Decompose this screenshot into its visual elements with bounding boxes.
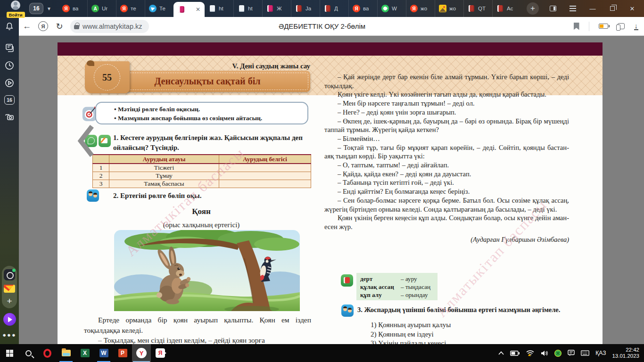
new-tab-button[interactable]: + <box>527 2 539 15</box>
vocabulary-box: дерт – ауру құлақ ассаң – тыңдасаң құп а… <box>356 273 438 300</box>
taskbar-clock[interactable]: 22:42 13.01.2023 <box>612 347 639 359</box>
table-header: Аурудың белгісі <box>219 155 311 164</box>
tabs-count-icon[interactable]: 16 <box>4 95 15 105</box>
chevron-down-icon[interactable]: ▼ <box>44 3 54 14</box>
yandex-app-icon[interactable]: Я <box>151 344 170 362</box>
back-icon[interactable]: ← <box>19 21 35 31</box>
menu-icon[interactable] <box>565 1 581 16</box>
yandex-search-icon[interactable]: Я <box>38 21 48 31</box>
more-options-icon[interactable]: ●●● <box>2 331 17 338</box>
keyboard-language[interactable]: ҚАЗ <box>595 350 606 356</box>
paragraph: Қоян үкінің берген кеңесін құп алды. Сон… <box>324 214 569 231</box>
system-tray: ҚАЗ 22:42 13.01.2023 <box>498 347 644 359</box>
tab[interactable]: жо <box>435 0 463 17</box>
restore-button[interactable] <box>604 1 620 16</box>
tab-active-almatykitap[interactable]: ✕ <box>173 2 205 17</box>
yandex-mail-icon[interactable] <box>4 285 15 293</box>
file-explorer-icon[interactable] <box>57 344 75 362</box>
word-icon[interactable]: W <box>94 344 113 362</box>
screenshot-camera-icon[interactable] <box>4 112 15 122</box>
tab[interactable]: Ас <box>492 0 521 17</box>
table-row: 2 Тұмау <box>93 172 311 180</box>
paragraph: – О, таптым, таптым! – деді айғайлап. <box>324 161 569 170</box>
minimize-button[interactable]: — <box>585 1 601 16</box>
yandex-browser-icon[interactable]: Y <box>132 344 151 362</box>
tab-label: ht <box>219 6 223 11</box>
window-controls: — ✕ <box>545 0 640 17</box>
reload-icon[interactable]: ↻ <box>51 21 67 32</box>
row-number: 1 <box>93 164 109 172</box>
collections-icon[interactable] <box>618 23 625 29</box>
powerpoint-icon[interactable]: P <box>113 344 132 362</box>
tab-label: W <box>392 6 397 11</box>
tab[interactable]: Ж <box>262 0 291 17</box>
clock-time: 22:42 <box>612 347 639 353</box>
side-panel-icon[interactable] <box>545 1 561 16</box>
battery-icon[interactable] <box>510 351 520 356</box>
profile-login-button[interactable]: Войти <box>5 0 26 18</box>
paragraph: – Мен бір нәрсеге таңғалып тұрмын! – дед… <box>324 99 569 108</box>
tab[interactable]: Ur <box>87 0 116 17</box>
tab[interactable]: ht <box>233 0 262 17</box>
disease-name: Тұмау <box>109 172 219 180</box>
start-button[interactable] <box>0 344 19 362</box>
tab-label: жо <box>449 6 456 11</box>
tab[interactable]: Те <box>145 0 173 17</box>
textbook-page: V. Дені саудың жаны сау Денсаулықты сақт… <box>58 42 603 344</box>
excel-icon[interactable]: X <box>75 344 94 362</box>
alice-assistant-icon[interactable] <box>3 313 16 326</box>
opera-icon[interactable] <box>38 344 57 362</box>
tab-counter[interactable]: 16 ▼ <box>29 3 54 14</box>
notifications-icon[interactable] <box>568 350 575 356</box>
notifications-bell-icon[interactable] <box>0 17 19 36</box>
disease-name: Тамақ баспасы <box>109 180 219 188</box>
tab-label: жо <box>421 6 427 11</box>
tray-expand-chevron-icon[interactable] <box>498 351 504 355</box>
tab-count-badge[interactable]: 16 <box>29 3 43 14</box>
video-play-icon[interactable] <box>4 78 15 88</box>
tab[interactable]: W <box>377 0 406 17</box>
tab[interactable]: ва <box>348 0 377 17</box>
tab[interactable]: Ja <box>291 0 320 17</box>
add-service-icon[interactable]: + <box>7 297 12 305</box>
tab-label: ht <box>248 6 253 11</box>
tab[interactable]: жо <box>406 0 435 17</box>
paragraph: – Тоқылдақ, мен сізді іздеп келдім, – де… <box>84 335 311 344</box>
table-row: 1 Тісжегі <box>93 164 311 172</box>
paragraph: – Өкпең де, ішек-қарның да, бауырың да –… <box>324 117 569 134</box>
close-tab-icon[interactable]: ✕ <box>196 6 200 13</box>
tab-label: ва <box>73 6 78 11</box>
tab[interactable]: ht <box>205 0 233 17</box>
history-clock-icon[interactable] <box>4 60 15 71</box>
tab[interactable]: QT <box>463 0 492 17</box>
task-3-text: 3. Жоспардың үшінші бөлімі бойынша ертег… <box>357 306 575 314</box>
tab[interactable]: те <box>116 0 145 17</box>
bookmark-flag-icon[interactable] <box>574 23 579 30</box>
paragraph: Қоян үкіге келді. Үкі көзәйнегін тағып а… <box>324 90 569 99</box>
downloads-icon[interactable]: ↓ <box>634 23 639 30</box>
battery-saver-icon[interactable] <box>599 24 608 29</box>
wifi-warning-icon[interactable] <box>526 350 535 356</box>
volume-icon[interactable] <box>541 350 548 356</box>
tab-label: QT <box>478 6 486 11</box>
paragraph: – Сен болар-болмас нәрсеге қорқа берме. … <box>324 196 569 214</box>
navigation-bar: ӘДЕБИЕТТІК ОҚУ 2-бөлім ← Я ↻ www.almatyk… <box>0 17 644 36</box>
table-row: 3 Тамақ баспасы <box>93 180 311 188</box>
taskbar-search-icon[interactable] <box>19 344 38 362</box>
tab[interactable]: ва <box>58 0 87 17</box>
story-continuation: – Қай жеріңде дерт бар екенін біле алмай… <box>324 73 569 244</box>
avatar <box>11 0 20 10</box>
vocab-term: құлақ ассаң <box>360 283 401 291</box>
antivirus-icon[interactable] <box>554 350 561 357</box>
tab[interactable]: Д <box>320 0 348 17</box>
close-button[interactable]: ✕ <box>624 1 640 16</box>
address-bar[interactable]: www.almatykitap.kz <box>70 20 149 33</box>
previous-page-chevron[interactable] <box>77 124 94 157</box>
lock-icon[interactable] <box>74 25 79 29</box>
url-text[interactable]: www.almatykitap.kz <box>83 23 142 30</box>
touch-keyboard-icon[interactable] <box>581 350 589 356</box>
zen-app-icon[interactable] <box>4 269 15 280</box>
plan-item: 2) Қоянның ем іздеуі <box>371 330 569 339</box>
vocab-definition: – тыңдасаң <box>401 283 430 291</box>
feed-panels-icon[interactable] <box>4 43 15 53</box>
